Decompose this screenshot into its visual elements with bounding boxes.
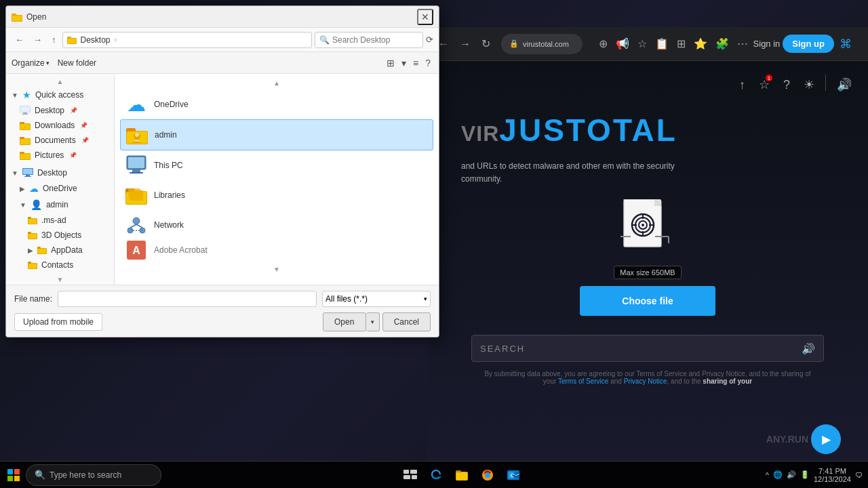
svg-rect-78 [410,470,417,474]
view-buttons: ⊞ ▾ ≡ ? [384,56,433,70]
nav-item-appdata[interactable]: ▶ AppData [6,243,114,258]
file-item-admin[interactable]: admin [120,119,433,150]
tray-chevron[interactable]: ^ [766,471,769,479]
nav-item-contacts[interactable]: Contacts [6,258,114,272]
file-item-onedrive[interactable]: ☁ OneDrive [120,89,433,119]
outlook-taskbar-button[interactable]: O [501,463,526,487]
file-name-input[interactable] [58,291,317,307]
nav-item-desktop-root[interactable]: ▼ Desktop [6,165,114,180]
file-item-adobe[interactable]: A Adobe Acrobat [120,240,433,260]
collections-icon[interactable]: 📋 [652,35,671,53]
menu-icon[interactable]: ⋯ [734,35,751,53]
nav-item-ms-ad[interactable]: .ms-ad [6,213,114,228]
upload-mobile-button[interactable]: Upload from mobile [14,313,102,331]
taskbar-search[interactable]: 🔍 Type here to search [26,464,161,486]
edge-taskbar-icon [429,468,443,482]
view-tiles-button[interactable]: ⊞ [384,56,397,70]
notification-button[interactable]: 🗨 [855,471,863,479]
network-tray-icon[interactable]: 🌐 [773,470,783,479]
downloads-pin-icon: 📌 [80,122,87,129]
help-icon[interactable]: ? [781,75,793,95]
dialog-forward-button[interactable]: → [30,33,45,47]
add-to-desktop-icon[interactable]: ⊕ [596,35,610,53]
firefox-taskbar-button[interactable] [475,463,500,487]
dialog-refresh-button[interactable]: ⟳ [426,35,433,45]
nav-item-3d-objects[interactable]: 3D Objects [6,228,114,243]
forward-button[interactable]: → [457,35,473,53]
start-button[interactable] [3,464,24,486]
nav-item-admin[interactable]: ▼ 👤 admin [6,197,114,213]
open-button[interactable]: Open [323,312,366,331]
documents-icon [20,136,31,145]
desktop-qa-label: Desktop [35,106,64,115]
file-item-libraries[interactable]: Libraries [120,180,433,210]
file-area-scroll-down[interactable]: ▼ [120,266,433,273]
dialog-body: ▲ ▼ ★ Quick access Desktop 📌 [6,74,439,285]
svg-rect-41 [28,219,37,224]
svg-rect-24 [22,114,28,115]
svg-rect-20 [68,39,76,43]
contacts-label: Contacts [41,260,73,270]
dialog-search-input[interactable] [332,35,418,45]
nav-item-desktop-qa[interactable]: Desktop 📌 [6,103,114,118]
nav-item-onedrive[interactable]: ▶ ☁ OneDrive [6,180,114,197]
cancel-button[interactable]: Cancel [382,312,431,331]
nav-scroll-up[interactable]: ▲ [6,77,114,87]
contrast-icon[interactable]: ☀ [801,75,817,95]
nav-scroll-down[interactable]: ▼ [6,274,114,285]
task-view-button[interactable] [398,463,422,487]
volume-tray-icon[interactable]: 🔊 [787,470,796,479]
adobe-icon: A [125,240,147,260]
adobe-file-icon: A [125,240,147,260]
favorites-bar-icon[interactable]: ⭐ [691,35,710,53]
choose-file-button[interactable]: Choose file [580,286,715,316]
nav-item-documents[interactable]: Documents 📌 [6,133,114,148]
file-explorer-taskbar-button[interactable] [450,463,474,487]
dialog-up-button[interactable]: ↑ [48,33,60,47]
file-type-text: All files (*.*) [326,294,368,304]
file-area-scroll-up[interactable]: ▲ [120,79,433,87]
taskbar-time-display[interactable]: 7:41 PM 12/13/2024 [814,467,851,483]
dialog-search-box[interactable]: 🔍 [315,32,423,48]
sign-up-button[interactable]: Sign up [783,35,834,53]
nav-item-pictures[interactable]: Pictures 📌 [6,148,114,163]
open-dropdown-button[interactable]: ▾ [366,312,380,331]
view-help-button[interactable]: ? [422,56,433,70]
dialog-back-button[interactable]: ← [12,33,27,47]
read-aloud-icon[interactable]: 📢 [613,35,632,53]
adobe-file-name: Adobe Acrobat [154,245,208,255]
svg-line-69 [136,224,142,228]
view-details-button[interactable]: ≡ [410,56,421,70]
svg-rect-38 [24,176,31,177]
dialog-address-bar[interactable]: Desktop › [62,32,313,48]
nav-item-quick-access[interactable]: ▼ ★ Quick access [6,87,114,103]
favorites-icon[interactable]: ☆ [635,35,650,53]
refresh-button[interactable]: ↻ [479,35,493,53]
address-bar[interactable]: 🔒 virustotal.com [501,34,583,54]
sign-in-button[interactable]: Sign in [753,39,781,49]
svg-marker-1 [624,199,661,247]
edge-icon[interactable]: ⌘ [837,34,854,54]
vt-search-input[interactable] [480,344,796,354]
terms-link[interactable]: Terms of Service [558,378,608,385]
dialog-footer-row1: File name: All files (*.*) ▾ [14,291,431,307]
svg-text:↓: ↓ [24,125,26,129]
file-item-this-pc[interactable]: This PC [120,150,433,180]
view-chevron-button[interactable]: ▾ [399,56,409,70]
organize-button[interactable]: Organize ▾ [12,58,50,68]
file-type-select[interactable]: All files (*.*) ▾ [322,291,431,307]
file-item-network[interactable]: Network [120,210,433,240]
extensions-icon[interactable]: 🧩 [713,35,732,53]
split-screen-icon[interactable]: ⊞ [674,35,688,53]
favorites-page-icon[interactable]: 1 ☆ [756,75,772,95]
dialog-close-button[interactable]: ✕ [417,9,433,25]
nav-item-downloads[interactable]: ↓ Downloads 📌 [6,118,114,133]
dialog-titlebar: Open ✕ [6,6,439,28]
windows-logo-icon [7,468,20,482]
share-icon[interactable]: ↑ [736,75,748,95]
edge-taskbar-button[interactable] [424,463,448,487]
3d-objects-label: 3D Objects [41,230,81,240]
new-folder-button[interactable]: New folder [58,58,96,68]
privacy-link[interactable]: Privacy Notice [624,378,667,385]
vt-search-bar[interactable]: 🔊 [471,335,824,362]
